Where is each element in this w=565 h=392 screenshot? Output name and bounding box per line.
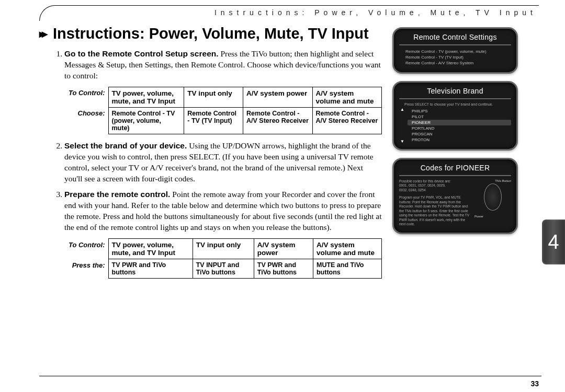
codes-text: Possible codes for this device are: 0001… bbox=[399, 179, 471, 226]
diagram-label-tivo: TiVo Button bbox=[495, 179, 511, 182]
table-row: To Control: TV power, volume, mute, and … bbox=[64, 87, 382, 107]
table-row: To Control: TV power, volume, mute, and … bbox=[64, 239, 382, 259]
codes-possible-label: Possible codes for this device are: bbox=[399, 179, 471, 183]
manual-page: Instructions: Power, Volume, Mute, TV In… bbox=[0, 0, 565, 392]
shot-title: Codes for PIONEER bbox=[399, 164, 511, 172]
arrow-up-icon: ▲ bbox=[400, 107, 404, 112]
title-text: Instructions: Power, Volume, Mute, TV In… bbox=[53, 25, 369, 42]
step-1: Go to the Remote Control Setup screen. P… bbox=[64, 49, 382, 82]
menu-item: Remote Control - TV (TV Input) bbox=[399, 54, 511, 60]
row-label: To Control: bbox=[64, 87, 108, 107]
row-label: Choose: bbox=[64, 107, 108, 134]
brand-item: PHILIPS bbox=[408, 108, 511, 114]
codes-line: 0032, 0248, 0254 bbox=[399, 188, 471, 192]
screenshot-remote-settings: Remote Control Settings Remote Control -… bbox=[392, 27, 518, 74]
col-header: TV input only bbox=[193, 239, 254, 259]
cell: Remote Control - TV (TV Input) bbox=[184, 107, 243, 134]
page-title: ▸▸ Instructions: Power, Volume, Mute, TV… bbox=[39, 25, 382, 42]
step-2-lead: Select the brand of your device. bbox=[64, 141, 187, 150]
shot-title: Remote Control Settings bbox=[399, 33, 511, 41]
shot-caption: Press SELECT to choose your TV brand and… bbox=[399, 102, 511, 106]
diagram-label-power: Power bbox=[474, 215, 483, 218]
row-label: Press the: bbox=[64, 259, 108, 279]
arrow-down-icon: ▼ bbox=[400, 139, 404, 144]
col-header: TV power, volume, mute, and TV Input bbox=[108, 87, 184, 107]
brand-list: ▲ PHILIPS PILOT PIONEER PORTLAND PROSCAN… bbox=[399, 108, 511, 143]
cell: Remote Control - A/V Stereo Receiver bbox=[243, 107, 312, 134]
shot-title: Television Brand bbox=[399, 87, 511, 95]
step-3: Prepare the remote control. Point the re… bbox=[64, 189, 382, 233]
body-columns: ▸▸ Instructions: Power, Volume, Mute, TV… bbox=[39, 25, 539, 285]
table-2-wrap: To Control: TV power, volume, mute, and … bbox=[64, 238, 382, 279]
header-rule: Instructions: Power, Volume, Mute, TV In… bbox=[39, 5, 539, 21]
instruction-list-cont: Select the brand of your device. Using t… bbox=[39, 141, 382, 233]
menu-item: Remote Control - TV (power, volume, mute… bbox=[399, 49, 511, 54]
page-number: 33 bbox=[530, 379, 539, 388]
running-head: Instructions: Power, Volume, Mute, TV In… bbox=[71, 8, 539, 17]
side-column: Remote Control Settings Remote Control -… bbox=[392, 25, 518, 285]
col-header: A/V system volume and mute bbox=[313, 239, 381, 259]
cell: TV PWR and TiVo buttons bbox=[254, 259, 313, 279]
table-to-control-choose: To Control: TV power, volume, mute, and … bbox=[64, 87, 382, 134]
codes-body: Possible codes for this device are: 0001… bbox=[399, 179, 511, 226]
divider bbox=[399, 98, 511, 99]
col-header: TV input only bbox=[184, 87, 243, 107]
step-2: Select the brand of your device. Using t… bbox=[64, 141, 382, 185]
main-column: ▸▸ Instructions: Power, Volume, Mute, TV… bbox=[39, 25, 382, 285]
col-header: A/V system power bbox=[243, 87, 312, 107]
table-row: Choose: Remote Control - TV (power, volu… bbox=[64, 107, 382, 134]
brand-item: PROSCAN bbox=[408, 131, 511, 137]
step-1-lead: Go to the Remote Control Setup screen. bbox=[64, 49, 219, 58]
col-header: A/V system power bbox=[254, 239, 313, 259]
chapter-tab: 4 bbox=[542, 220, 565, 264]
table-row: Press the: TV PWR and TiVo buttons TV IN… bbox=[64, 259, 382, 279]
codes-line: 0001, 0031, 0107, 0024, 0029, bbox=[399, 183, 471, 188]
instruction-list: Go to the Remote Control Setup screen. P… bbox=[39, 49, 382, 82]
cell: TV INPUT and TiVo buttons bbox=[193, 259, 254, 279]
divider bbox=[399, 44, 511, 45]
cell: TV PWR and TiVo buttons bbox=[108, 259, 193, 279]
screenshot-codes: Codes for PIONEER Possible codes for thi… bbox=[392, 158, 518, 234]
brand-item: PILOT bbox=[408, 114, 511, 120]
step-3-lead: Prepare the remote control. bbox=[64, 190, 170, 199]
menu-item: Remote Control - A/V Stereo System bbox=[399, 60, 511, 66]
remote-diagram: TiVo Button Power bbox=[474, 179, 511, 221]
fast-forward-icon: ▸▸ bbox=[39, 27, 44, 41]
table-to-control-press: To Control: TV power, volume, mute, and … bbox=[64, 238, 382, 279]
header-curve bbox=[39, 5, 64, 21]
brand-item-selected: PIONEER bbox=[408, 120, 511, 125]
screenshot-tv-brand: Television Brand Press SELECT to choose … bbox=[392, 81, 518, 151]
cell: Remote Control - A/V Stereo Receiver bbox=[312, 107, 382, 134]
table-1-wrap: To Control: TV power, volume, mute, and … bbox=[64, 87, 382, 134]
divider bbox=[399, 175, 511, 176]
remote-icon bbox=[484, 183, 502, 211]
row-label: To Control: bbox=[64, 239, 108, 259]
chapter-number: 4 bbox=[548, 231, 559, 253]
brand-item: PORTLAND bbox=[408, 125, 511, 131]
header-line bbox=[64, 5, 539, 6]
col-header: A/V system volume and mute bbox=[312, 87, 382, 107]
codes-program-text: Program your TV PWR, VOL, and MUTE butto… bbox=[399, 195, 471, 226]
footer-rule bbox=[39, 376, 541, 376]
col-header: TV power, volume, mute, and TV Input bbox=[108, 239, 193, 259]
cell: MUTE and TiVo buttons bbox=[313, 259, 381, 279]
cell: Remote Control - TV (power, volume, mute… bbox=[108, 107, 184, 134]
brand-item: PROTON bbox=[408, 137, 511, 143]
